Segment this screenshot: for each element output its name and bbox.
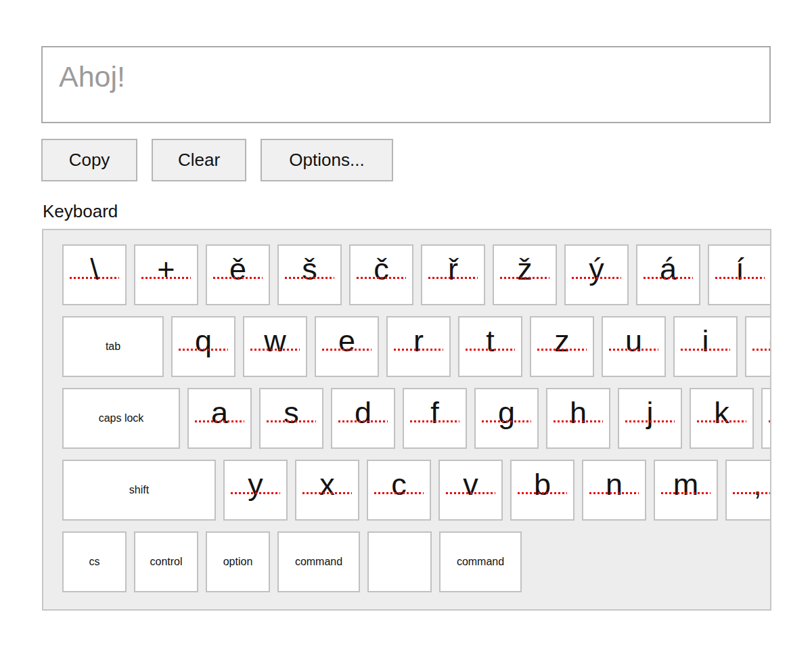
key-o[interactable]: o bbox=[745, 316, 771, 377]
key-s-caron[interactable]: š bbox=[277, 244, 342, 305]
key-option[interactable]: option bbox=[206, 531, 270, 592]
key-char: , bbox=[727, 469, 771, 500]
key-char: n bbox=[583, 469, 645, 500]
key-d[interactable]: d bbox=[331, 388, 395, 449]
key-y[interactable]: y bbox=[223, 460, 288, 521]
key-m[interactable]: m bbox=[654, 460, 718, 521]
key-cs[interactable]: cs bbox=[62, 531, 127, 592]
baseline-guide bbox=[231, 492, 280, 494]
key-char: c bbox=[368, 469, 430, 500]
baseline-guide bbox=[482, 420, 531, 422]
key-char: j bbox=[619, 397, 681, 428]
key-char: x bbox=[296, 469, 358, 500]
key-label: command bbox=[457, 556, 504, 568]
keyboard-row: shiftyxcvbnm, bbox=[62, 460, 770, 521]
key-char: q bbox=[173, 326, 234, 356]
baseline-guide bbox=[195, 420, 244, 422]
key-z[interactable]: z bbox=[530, 316, 594, 377]
key-char: w bbox=[244, 326, 306, 356]
baseline-guide bbox=[572, 277, 621, 279]
key-backslash[interactable]: \ bbox=[62, 244, 127, 305]
key-q[interactable]: q bbox=[171, 316, 235, 377]
key-char: o bbox=[746, 326, 771, 356]
options-button[interactable]: Options... bbox=[261, 139, 393, 181]
baseline-guide bbox=[410, 420, 459, 422]
key-n[interactable]: n bbox=[582, 460, 646, 521]
key-tab[interactable]: tab bbox=[62, 316, 164, 377]
baseline-guide bbox=[179, 349, 228, 351]
key-h[interactable]: h bbox=[546, 388, 610, 449]
baseline-guide bbox=[625, 420, 675, 422]
keyboard-row: caps lockasdfghjkl bbox=[62, 388, 770, 449]
key-char: d bbox=[332, 397, 394, 428]
key-r-caron[interactable]: ř bbox=[421, 244, 485, 305]
key-label: caps lock bbox=[99, 412, 144, 424]
key-j[interactable]: j bbox=[618, 388, 682, 449]
baseline-guide bbox=[466, 349, 515, 351]
key-caps-lock[interactable]: caps lock bbox=[62, 388, 180, 449]
key-l[interactable]: l bbox=[761, 388, 771, 449]
clear-button[interactable]: Clear bbox=[152, 139, 246, 181]
message-input[interactable] bbox=[41, 46, 771, 123]
key-char: f bbox=[404, 397, 466, 428]
key-v[interactable]: v bbox=[438, 460, 503, 521]
baseline-guide bbox=[537, 349, 587, 351]
key-i[interactable]: i bbox=[673, 316, 738, 377]
keyboard-panel: \+ěščřžýáítabqwertzuiocaps lockasdfghjkl… bbox=[42, 229, 771, 611]
key-char: \ bbox=[64, 254, 125, 284]
baseline-guide bbox=[250, 349, 300, 351]
key-char: á bbox=[637, 254, 699, 284]
key-a[interactable]: a bbox=[187, 388, 252, 449]
key-space[interactable] bbox=[367, 531, 432, 592]
key-label: tab bbox=[106, 341, 120, 353]
key-z-caron[interactable]: ž bbox=[493, 244, 557, 305]
key-i-acute[interactable]: í bbox=[708, 244, 771, 305]
key-w[interactable]: w bbox=[243, 316, 307, 377]
baseline-guide bbox=[681, 349, 730, 351]
key-r[interactable]: r bbox=[386, 316, 451, 377]
key-char: l bbox=[763, 397, 771, 428]
key-t[interactable]: t bbox=[458, 316, 522, 377]
key-char: b bbox=[512, 469, 573, 500]
baseline-guide bbox=[141, 277, 191, 279]
key-char: ě bbox=[207, 254, 269, 284]
key-y-acute[interactable]: ý bbox=[564, 244, 629, 305]
key-c-caron[interactable]: č bbox=[349, 244, 413, 305]
key-f[interactable]: f bbox=[403, 388, 467, 449]
baseline-guide bbox=[733, 492, 771, 494]
key-k[interactable]: k bbox=[690, 388, 754, 449]
baseline-guide bbox=[338, 420, 388, 422]
copy-button[interactable]: Copy bbox=[41, 139, 137, 181]
key-char: y bbox=[225, 469, 286, 500]
key-x[interactable]: x bbox=[295, 460, 359, 521]
key-comma[interactable]: , bbox=[725, 460, 771, 521]
key-control[interactable]: control bbox=[134, 531, 198, 592]
baseline-guide bbox=[267, 420, 316, 422]
key-char: t bbox=[459, 326, 521, 356]
key-u[interactable]: u bbox=[602, 316, 666, 377]
keyboard-row: cscontroloptioncommandcommand bbox=[62, 531, 770, 592]
key-label: shift bbox=[129, 484, 149, 496]
key-c[interactable]: c bbox=[367, 460, 431, 521]
czech-keyboard-page: Copy Clear Options... Keyboard \+ěščřžýá… bbox=[0, 0, 812, 658]
keyboard-row: tabqwertzuio bbox=[62, 316, 770, 377]
baseline-guide bbox=[609, 349, 658, 351]
key-shift[interactable]: shift bbox=[62, 460, 216, 521]
key-e-caron[interactable]: ě bbox=[206, 244, 270, 305]
key-char: v bbox=[440, 469, 501, 500]
key-s[interactable]: s bbox=[259, 388, 323, 449]
key-command-right[interactable]: command bbox=[439, 531, 522, 592]
baseline-guide bbox=[500, 277, 549, 279]
key-label: cs bbox=[89, 556, 100, 568]
key-g[interactable]: g bbox=[474, 388, 539, 449]
key-char: ý bbox=[566, 254, 627, 284]
keyboard-row: \+ěščřžýáí bbox=[62, 244, 770, 305]
key-b[interactable]: b bbox=[510, 460, 574, 521]
key-plus[interactable]: + bbox=[134, 244, 198, 305]
key-e[interactable]: e bbox=[315, 316, 379, 377]
key-a-acute[interactable]: á bbox=[636, 244, 700, 305]
key-char: h bbox=[547, 397, 609, 428]
key-command-left[interactable]: command bbox=[277, 531, 360, 592]
toolbar: Copy Clear Options... bbox=[41, 139, 393, 181]
key-label: command bbox=[295, 556, 342, 568]
